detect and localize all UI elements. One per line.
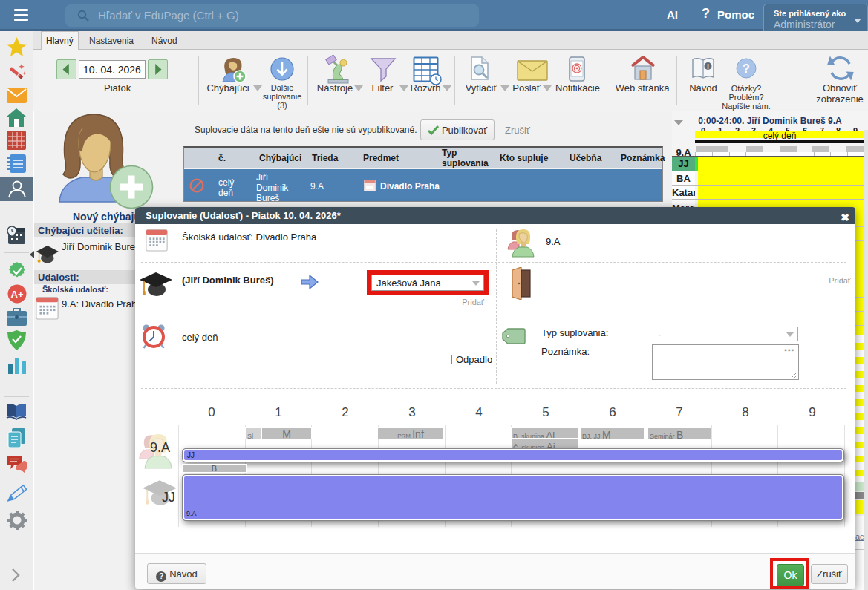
svg-text:A+: A+	[11, 289, 24, 300]
svg-text:?: ?	[743, 62, 750, 75]
svg-text:i: i	[707, 63, 709, 71]
